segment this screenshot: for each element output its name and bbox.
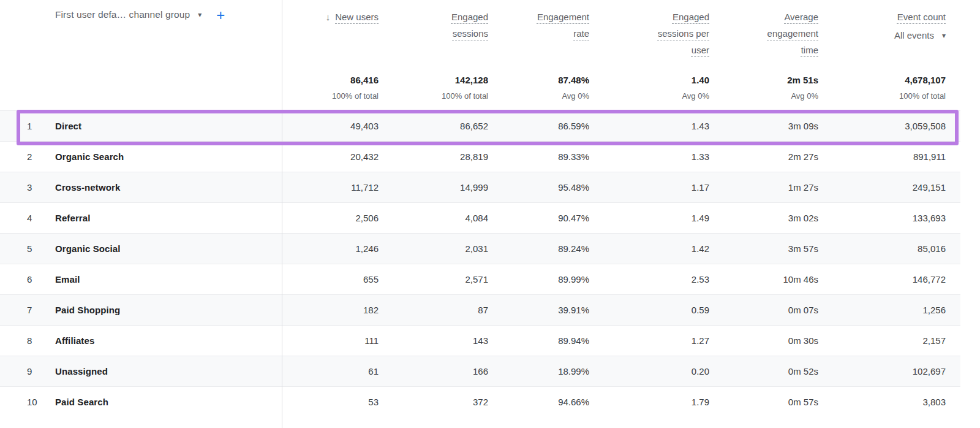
value-cell-new-users: 11,712 — [282, 172, 379, 202]
total-subtext: Avg 0% — [562, 91, 589, 101]
channel-name: Direct — [55, 121, 81, 131]
add-dimension-button[interactable]: + — [216, 9, 225, 21]
value-cell-engaged-sessions: 4,084 — [379, 203, 488, 233]
value-cell-engagement-rate: 86.59% — [488, 111, 589, 141]
total-value: 4,678,107 — [905, 75, 946, 85]
value-cell-new-users: 20,432 — [282, 142, 379, 172]
table-row: 6Email6552,57189.99%2.5310m 46s146,772 — [0, 264, 960, 294]
event-count-filter-dropdown[interactable]: All events▾ — [894, 27, 946, 44]
value-cell-engagement-rate: 89.99% — [488, 264, 589, 294]
row-rank: 8 — [27, 335, 48, 346]
value-cell-average-engagement-time: 3m 09s — [709, 111, 818, 141]
value-cell-event-count: 3,803 — [818, 387, 960, 417]
column-label: time — [801, 45, 818, 55]
totals-dim-cell — [0, 66, 282, 110]
total-cell-average-engagement-time: 2m 51sAvg 0% — [709, 66, 818, 110]
column-header-engaged-sessions[interactable]: Engagedsessions — [379, 0, 488, 66]
value-cell-average-engagement-time: 0m 57s — [709, 387, 818, 417]
total-cell-engagement-rate: 87.48%Avg 0% — [488, 66, 589, 110]
sort-descending-icon: ↓ — [326, 12, 331, 22]
table-row-highlighted: 1Direct49,40386,65286.59%1.433m 09s3,059… — [0, 110, 960, 141]
column-divider — [282, 0, 282, 428]
total-subtext: 100% of total — [899, 91, 946, 101]
filter-label: All events — [894, 30, 934, 40]
value-cell-engaged-sessions-per-user: 1.27 — [589, 326, 709, 356]
column-header-new-users[interactable]: ↓New users — [282, 0, 379, 66]
dimension-cell: 10Paid Search — [0, 387, 282, 417]
value-cell-engagement-rate: 90.47% — [488, 203, 589, 233]
value-cell-engaged-sessions: 143 — [379, 326, 488, 356]
value-cell-engaged-sessions-per-user: 1.17 — [589, 172, 709, 202]
ga4-acquisition-table: First user defa… channel group ▾ + ↓New … — [0, 0, 980, 428]
row-rank: 6 — [27, 274, 48, 285]
value-cell-engaged-sessions: 87 — [379, 295, 488, 325]
value-cell-event-count: 249,151 — [818, 172, 960, 202]
row-rank: 2 — [27, 151, 48, 162]
total-value: 1.40 — [692, 75, 709, 85]
column-header-engagement-rate[interactable]: Engagementrate — [488, 0, 589, 66]
value-cell-average-engagement-time: 0m 07s — [709, 295, 818, 325]
value-cell-average-engagement-time: 10m 46s — [709, 264, 818, 294]
column-header-engaged-sessions-per-user[interactable]: Engagedsessions peruser — [589, 0, 709, 66]
value-cell-engagement-rate: 89.94% — [488, 326, 589, 356]
total-subtext: 100% of total — [442, 91, 488, 101]
dimension-cell: 4Referral — [0, 203, 282, 233]
value-cell-new-users: 655 — [282, 264, 379, 294]
total-subtext: Avg 0% — [682, 91, 709, 101]
dimension-cell: 1Direct — [0, 111, 282, 141]
value-cell-engaged-sessions-per-user: 2.53 — [589, 264, 709, 294]
channel-name: Referral — [55, 213, 91, 223]
column-label: sessions per — [658, 28, 709, 39]
total-cell-engaged-sessions: 142,128100% of total — [379, 66, 488, 110]
total-value: 86,416 — [350, 75, 379, 85]
value-cell-engaged-sessions-per-user: 1.42 — [589, 234, 709, 264]
value-cell-new-users: 49,403 — [282, 111, 379, 141]
total-value: 87.48% — [558, 75, 589, 85]
table-row: 7Paid Shopping1828739.91%0.590m 07s1,256 — [0, 294, 960, 325]
row-rank: 7 — [27, 305, 48, 315]
column-label: Engagement — [537, 12, 589, 22]
row-rank: 9 — [27, 366, 48, 376]
value-cell-engagement-rate: 39.91% — [488, 295, 589, 325]
value-cell-average-engagement-time: 1m 27s — [709, 172, 818, 202]
channel-name: Unassigned — [55, 366, 108, 376]
row-rank: 1 — [27, 121, 48, 131]
dimension-cell: 9Unassigned — [0, 356, 282, 386]
value-cell-engagement-rate: 89.33% — [488, 142, 589, 172]
row-rank: 3 — [27, 182, 48, 193]
column-label: Average — [784, 12, 818, 22]
value-cell-new-users: 1,246 — [282, 234, 379, 264]
value-cell-engagement-rate: 89.24% — [488, 234, 589, 264]
total-cell-new-users: 86,416100% of total — [282, 66, 379, 110]
value-cell-engaged-sessions: 2,571 — [379, 264, 488, 294]
value-cell-average-engagement-time: 3m 02s — [709, 203, 818, 233]
dimension-cell: 8Affiliates — [0, 326, 282, 356]
value-cell-event-count: 133,693 — [818, 203, 960, 233]
value-cell-event-count: 891,911 — [818, 142, 960, 172]
column-label: Event count — [897, 12, 946, 22]
value-cell-engaged-sessions: 14,999 — [379, 172, 488, 202]
dimension-cell: 2Organic Search — [0, 142, 282, 172]
value-cell-engaged-sessions: 2,031 — [379, 234, 488, 264]
chevron-down-icon: ▾ — [198, 11, 202, 18]
value-cell-engagement-rate: 95.48% — [488, 172, 589, 202]
column-header-average-engagement-time[interactable]: Averageengagementtime — [709, 0, 818, 66]
chevron-down-icon: ▾ — [942, 32, 946, 39]
table-row: 9Unassigned6116618.99%0.200m 52s102,697 — [0, 356, 960, 386]
dimension-selector[interactable]: First user defa… channel group ▾ — [55, 9, 202, 20]
value-cell-engaged-sessions: 372 — [379, 387, 488, 417]
value-cell-new-users: 111 — [282, 326, 379, 356]
table-row: 8Affiliates11114389.94%1.270m 30s2,157 — [0, 325, 960, 356]
table-row: 10Paid Search5337294.66%1.790m 57s3,803 — [0, 386, 960, 417]
total-subtext: 100% of total — [332, 91, 379, 101]
table-row: 2Organic Search20,43228,81989.33%1.332m … — [0, 141, 960, 172]
total-subtext: Avg 0% — [791, 91, 818, 101]
value-cell-engaged-sessions-per-user: 0.20 — [589, 356, 709, 386]
value-cell-event-count: 1,256 — [818, 295, 960, 325]
value-cell-engagement-rate: 18.99% — [488, 356, 589, 386]
channel-name: Paid Shopping — [55, 305, 120, 315]
value-cell-engaged-sessions: 166 — [379, 356, 488, 386]
channel-name: Cross-network — [55, 182, 120, 193]
column-label: rate — [573, 28, 589, 39]
column-header-event-count[interactable]: Event countAll events▾ — [818, 0, 960, 66]
